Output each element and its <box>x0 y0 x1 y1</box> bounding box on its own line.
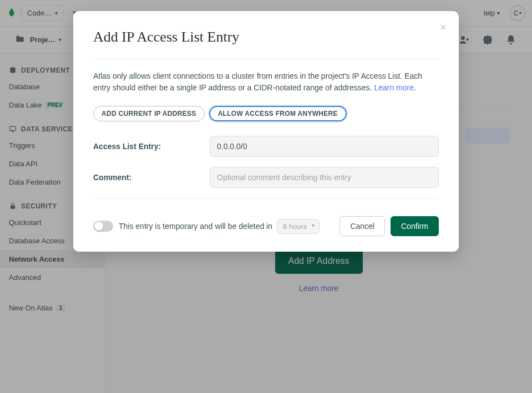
access-list-entry-input[interactable] <box>210 136 439 157</box>
allow-anywhere-button[interactable]: ALLOW ACCESS FROM ANYWHERE <box>209 106 347 121</box>
divider <box>93 198 439 198</box>
confirm-button[interactable]: Confirm <box>391 216 439 236</box>
modal-description-text: Atlas only allows client connections to … <box>93 72 422 92</box>
cancel-button[interactable]: Cancel <box>340 216 385 236</box>
temporary-toggle[interactable] <box>93 221 113 232</box>
duration-value: 6 hours <box>283 222 307 231</box>
modal-description-suffix: . <box>414 83 416 92</box>
modal-title: Add IP Access List Entry <box>93 29 439 45</box>
entry-label: Access List Entry: <box>93 142 210 151</box>
modal-description: Atlas only allows client connections to … <box>93 70 439 94</box>
close-icon[interactable]: × <box>440 21 447 34</box>
comment-row: Comment: <box>93 167 439 188</box>
add-current-ip-button[interactable]: ADD CURRENT IP ADDRESS <box>93 106 205 121</box>
quick-add-row: ADD CURRENT IP ADDRESS ALLOW ACCESS FROM… <box>93 106 439 121</box>
temporary-text: This entry is temporary and will be dele… <box>119 222 272 231</box>
duration-select[interactable]: 6 hours <box>277 219 320 234</box>
divider <box>93 59 439 59</box>
entry-row: Access List Entry: <box>93 136 439 157</box>
add-ip-modal: × Add IP Access List Entry Atlas only al… <box>73 11 459 252</box>
comment-label: Comment: <box>93 173 210 182</box>
modal-overlay: × Add IP Access List Entry Atlas only al… <box>0 0 532 393</box>
modal-footer: This entry is temporary and will be dele… <box>93 214 439 236</box>
learn-more-link[interactable]: Learn more <box>374 83 414 92</box>
comment-input[interactable] <box>210 167 439 188</box>
